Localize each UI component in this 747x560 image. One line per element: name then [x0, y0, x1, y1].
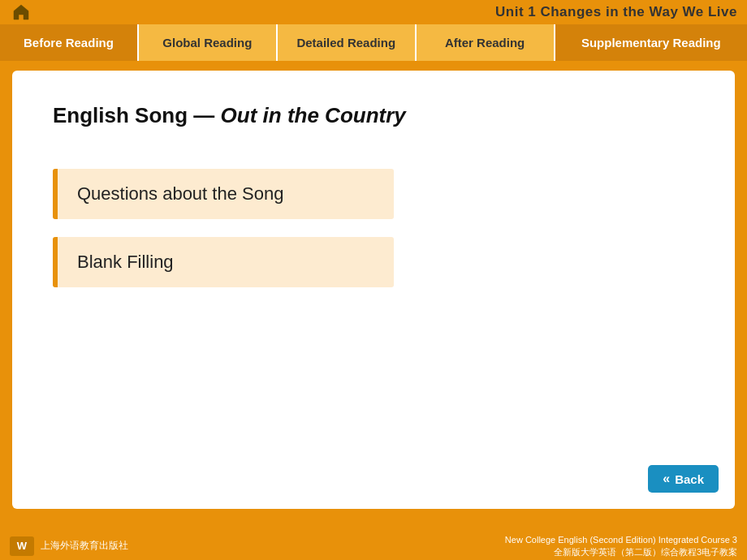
footer-line2: 全新版大学英语（第二版）综合教程3电子教案: [505, 546, 737, 558]
nav-tabs: Before Reading Global Reading Detailed R…: [0, 24, 747, 61]
blank-filling-item[interactable]: Blank Filling: [53, 237, 394, 287]
tab-detailed-reading[interactable]: Detailed Reading: [278, 24, 417, 61]
tab-after-reading[interactable]: After Reading: [417, 24, 555, 61]
publisher-logo: W 上海外语教育出版社: [10, 536, 128, 556]
top-bar: Unit 1 Changes in the Way We Live: [0, 0, 747, 24]
back-button[interactable]: « Back: [648, 465, 719, 493]
home-icon[interactable]: [10, 1, 32, 24]
unit-title: Unit 1 Changes in the Way We Live: [495, 4, 737, 20]
footer-description: New College English (Second Edition) Int…: [505, 534, 737, 558]
page-heading: English Song — Out in the Country: [53, 103, 694, 128]
main-content: English Song — Out in the Country Questi…: [12, 71, 735, 509]
tab-global-reading[interactable]: Global Reading: [139, 24, 278, 61]
back-chevrons-icon: «: [663, 472, 670, 486]
publisher-icon: W: [10, 536, 34, 556]
back-label: Back: [675, 472, 704, 486]
tab-before-reading[interactable]: Before Reading: [0, 24, 139, 61]
tab-supplementary-reading[interactable]: Supplementary Reading: [555, 24, 747, 61]
bottom-bar: W 上海外语教育出版社 New College English (Second …: [0, 532, 747, 560]
publisher-text: 上海外语教育出版社: [41, 539, 128, 553]
footer-line1: New College English (Second Edition) Int…: [505, 534, 737, 545]
heading-italic: Out in the Country: [221, 103, 406, 127]
heading-plain: English Song —: [53, 103, 221, 127]
questions-about-song-item[interactable]: Questions about the Song: [53, 169, 394, 219]
